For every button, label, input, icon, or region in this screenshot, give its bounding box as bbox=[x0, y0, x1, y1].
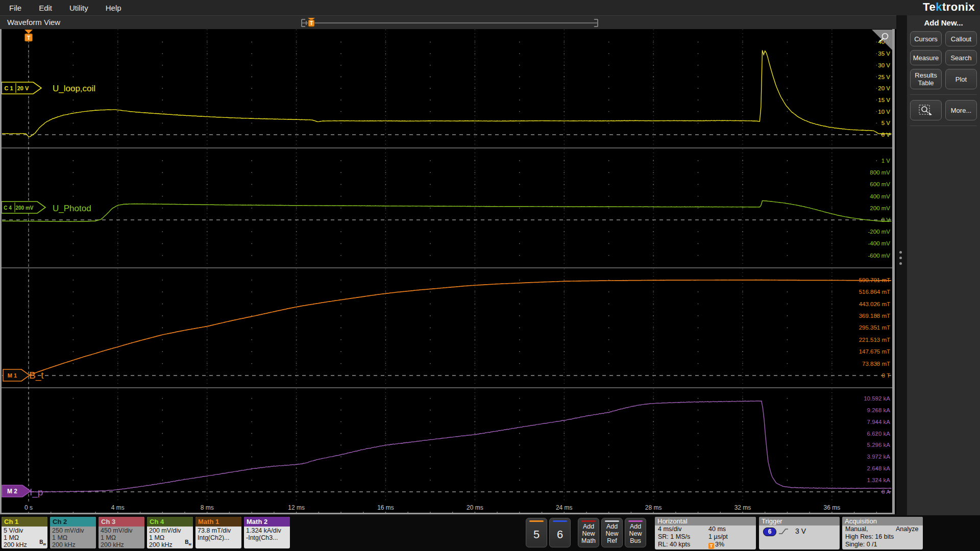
tektronix-logo: Tektronix bbox=[923, 1, 975, 14]
zoom-select-icon bbox=[918, 104, 934, 117]
trace-label[interactable]: U_Photod bbox=[53, 204, 91, 213]
trigger-title: Trigger bbox=[759, 517, 840, 525]
axis-label-M1: 73.838 mT bbox=[862, 361, 890, 367]
svg-text:M 1: M 1 bbox=[8, 372, 17, 379]
channel-name: Ch 4 bbox=[147, 517, 193, 527]
trigger-t-icon: T bbox=[708, 543, 714, 549]
acquisition-panel[interactable]: Acquisition Manual, Analyze High Res: 16… bbox=[842, 517, 923, 549]
axis-label-M2: 3.972 kA bbox=[867, 454, 891, 460]
time-label: 20 ms bbox=[467, 504, 483, 511]
trigger-position-flag[interactable]: T bbox=[308, 18, 315, 27]
trigger-source-badge: 6 bbox=[763, 528, 776, 536]
scope-button-5[interactable]: 5 bbox=[526, 518, 547, 547]
menu-item-help[interactable]: Help bbox=[106, 4, 121, 12]
trigger-position-percent: 3% bbox=[715, 541, 724, 548]
channel-settings: 73.8 mT/divIntg(Ch2)... bbox=[195, 527, 241, 541]
trace-label[interactable]: I_p bbox=[30, 487, 43, 498]
axis-label-C1: 20 V bbox=[878, 85, 890, 91]
axis-label-M1: 443.026 mT bbox=[859, 301, 890, 307]
menu-item-utility[interactable]: Utility bbox=[69, 4, 88, 12]
add-new-math-button[interactable]: AddNewMath bbox=[578, 518, 599, 547]
axis-label-C1: 5 V bbox=[881, 120, 891, 126]
axis-label-C1: 25 V bbox=[878, 74, 890, 80]
axis-label-M1: 369.188 mT bbox=[859, 313, 890, 319]
waveform-view-header: Waveform View T bbox=[0, 15, 896, 29]
time-label: 12 ms bbox=[288, 504, 305, 511]
channel-panel-ch3[interactable]: Ch 3450 mV/div1 MΩ200 kHzBw bbox=[99, 517, 144, 548]
time-label: 28 ms bbox=[645, 504, 662, 511]
axis-label-C1: 30 V bbox=[878, 62, 890, 68]
svg-text:20 V: 20 V bbox=[17, 85, 29, 91]
trace-label[interactable]: B_t bbox=[29, 370, 44, 381]
axis-label-C4: -200 mV bbox=[868, 229, 891, 235]
sidebar-button-callout[interactable]: Callout bbox=[945, 31, 977, 46]
axis-label-M1: 0 T bbox=[882, 372, 890, 379]
axis-label-M1: 147.675 mT bbox=[859, 348, 890, 355]
axis-label-C4: 1 V bbox=[881, 158, 891, 164]
record-view-bar[interactable]: T bbox=[300, 18, 599, 29]
channel-badge[interactable]: C 4200 mV bbox=[2, 202, 45, 213]
channel-panel-ch4[interactable]: Ch 4200 mV/div1 MΩ200 kHzBw bbox=[147, 517, 193, 548]
menu-item-edit[interactable]: Edit bbox=[39, 4, 52, 12]
time-label: 8 ms bbox=[201, 504, 214, 511]
channel-settings: 250 mV/div1 MΩ200 kHzBw bbox=[50, 527, 96, 548]
trace-label[interactable]: U_loop,coil bbox=[53, 84, 95, 93]
axis-label-M1: 221.513 mT bbox=[859, 337, 890, 343]
add-new-header: Add New... bbox=[907, 18, 980, 27]
time-label: 36 ms bbox=[824, 504, 841, 511]
time-label: 0 s bbox=[24, 504, 33, 511]
axis-label-M2: 7.944 kA bbox=[867, 419, 891, 425]
channel-panel-math2[interactable]: Math 21.324 kA/div-Intg(Ch3... bbox=[244, 517, 290, 548]
acquisition-title: Acquisition bbox=[842, 517, 923, 525]
sample-rate: SR: 1 MS/s bbox=[658, 533, 690, 540]
svg-text:C 1: C 1 bbox=[4, 85, 13, 91]
waveform-view-window: Waveform View T 40 V35 V30 V25 V20 V15 V… bbox=[0, 15, 896, 514]
channel-panel-ch1[interactable]: Ch 15 V/div1 MΩ200 kHzBw bbox=[2, 517, 47, 548]
axis-label-C4: -400 mV bbox=[868, 240, 891, 246]
axis-label-C4: 0 V bbox=[881, 217, 891, 223]
horizontal-title: Horizontal bbox=[655, 517, 756, 525]
channel-panel-ch2[interactable]: Ch 2250 mV/div1 MΩ200 kHzBw bbox=[50, 517, 96, 548]
bandwidth-badge: Bw bbox=[39, 539, 46, 548]
svg-text:T: T bbox=[310, 20, 313, 26]
time-label: 32 ms bbox=[734, 504, 751, 511]
time-label: 4 ms bbox=[111, 504, 125, 511]
menu-item-file[interactable]: File bbox=[9, 4, 21, 12]
horizontal-scale: 4 ms/div bbox=[658, 525, 682, 533]
acq-mode: Manual, bbox=[845, 525, 868, 533]
channel-name: Ch 3 bbox=[99, 517, 144, 527]
axis-label-C4: 200 mV bbox=[870, 205, 890, 211]
sample-interval: 1 µs/pt bbox=[708, 533, 728, 541]
channel-panel-math1[interactable]: Math 173.8 mT/divIntg(Ch2)... bbox=[195, 517, 241, 548]
axis-label-C4: 400 mV bbox=[870, 193, 890, 199]
svg-text:C 4: C 4 bbox=[4, 205, 12, 211]
axis-label-C4: 600 mV bbox=[870, 181, 890, 187]
sidebar-button-cursors[interactable]: Cursors bbox=[910, 31, 942, 46]
axis-label-C1: 15 V bbox=[878, 97, 890, 103]
time-label: 16 ms bbox=[377, 504, 394, 511]
trigger-panel[interactable]: Trigger 6 3 V bbox=[759, 517, 840, 549]
logo-k: k bbox=[936, 1, 942, 13]
add-new-ref-button[interactable]: AddNewRef bbox=[601, 518, 623, 547]
zoom-select-button[interactable] bbox=[910, 100, 942, 120]
channel-settings: 1.324 kA/div-Intg(Ch3... bbox=[244, 527, 290, 541]
sidebar: Add New... CursorsCalloutMeasureSearchRe… bbox=[906, 15, 980, 515]
panel-splitter-handle[interactable] bbox=[899, 251, 902, 265]
channel-name: Math 2 bbox=[244, 517, 290, 527]
axis-label-M2: 6.620 kA bbox=[867, 431, 891, 437]
axis-label-M2: 5.296 kA bbox=[867, 442, 891, 448]
axis-label-M1: 295.351 mT bbox=[859, 324, 890, 331]
rising-edge-icon bbox=[778, 527, 789, 536]
add-new-bus-button[interactable]: AddNewBus bbox=[625, 518, 646, 547]
axis-label-C4: 800 mV bbox=[870, 169, 890, 176]
sidebar-button-search[interactable]: Search bbox=[945, 50, 977, 65]
horizontal-panel[interactable]: Horizontal 4 ms/div 40 ms SR: 1 MS/s 1 µ… bbox=[655, 517, 756, 549]
sidebar-button-plot[interactable]: Plot bbox=[945, 69, 977, 89]
channel-badge[interactable]: C 120 V bbox=[2, 82, 41, 94]
trigger-level: 3 V bbox=[795, 525, 806, 535]
sidebar-button-results-table[interactable]: Results Table bbox=[910, 69, 942, 89]
scope-button-6[interactable]: 6 bbox=[549, 518, 571, 547]
more-button[interactable]: More... bbox=[945, 100, 977, 120]
sidebar-button-measure[interactable]: Measure bbox=[910, 50, 942, 65]
channel-name: Ch 1 bbox=[2, 517, 47, 527]
